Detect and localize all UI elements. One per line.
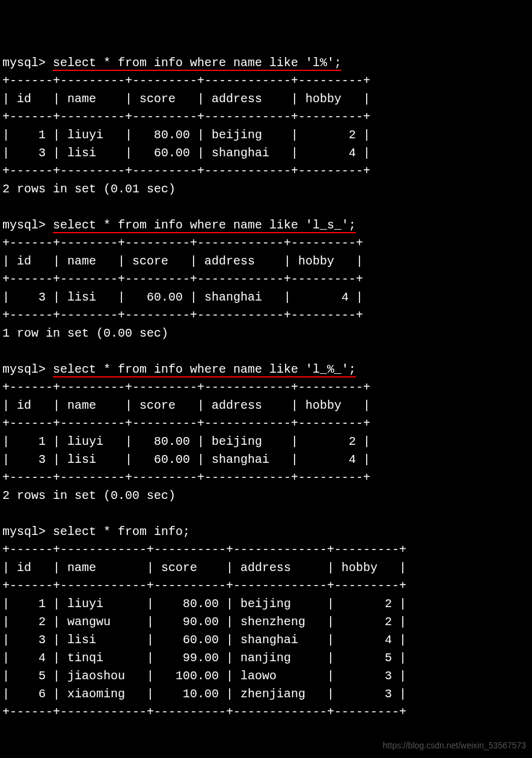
query-line: mysql> select * from info; [2, 523, 532, 541]
table-row: | 3 | lisi | 60.00 | shanghai | 4 | [2, 631, 532, 649]
table-header: | id | name | score | address | hobby | [2, 397, 532, 415]
table-separator: +------+---------+---------+------------… [2, 162, 532, 180]
table-separator: +------+---------+---------+------------… [2, 415, 532, 433]
table-row: | 4 | tinqi | 99.00 | nanjing | 5 | [2, 649, 532, 667]
table-header: | id | name | score | address | hobby | [2, 559, 532, 577]
status-line: 1 row in set (0.00 sec) [2, 325, 532, 343]
query-line: mysql> select * from info where name lik… [2, 54, 532, 72]
table-header: | id | name | score | address | hobby | [2, 90, 532, 108]
status-line: 2 rows in set (0.01 sec) [2, 180, 532, 198]
table-separator: +------+---------+---------+------------… [2, 469, 532, 487]
terminal-output: mysql> select * from info where name lik… [2, 54, 532, 721]
query-line: mysql> select * from info where name lik… [2, 216, 532, 234]
blank-line [2, 198, 532, 216]
blank-line [2, 343, 532, 361]
table-separator: +------+------------+----------+--------… [2, 541, 532, 559]
table-separator: +------+--------+---------+------------+… [2, 270, 532, 289]
sql-query: select * from info; [53, 525, 190, 539]
blank-line [2, 505, 532, 523]
table-separator: +------+---------+---------+------------… [2, 72, 532, 90]
watermark: https://blog.csdn.net/weixin_53567573 [383, 739, 526, 752]
mysql-prompt: mysql> [2, 362, 53, 376]
table-row: | 3 | lisi | 60.00 | shanghai | 4 | [2, 289, 532, 307]
mysql-prompt: mysql> [2, 525, 53, 539]
table-row: | 3 | lisi | 60.00 | shanghai | 4 | [2, 144, 532, 162]
table-row: | 5 | jiaoshou | 100.00 | laowo | 3 | [2, 667, 532, 685]
table-row: | 1 | liuyi | 80.00 | beijing | 2 | [2, 126, 532, 144]
sql-query: select * from info where name like 'l_s_… [53, 218, 356, 233]
table-separator: +------+--------+---------+------------+… [2, 234, 532, 252]
table-separator: +------+--------+---------+------------+… [2, 307, 532, 325]
table-row: | 2 | wangwu | 90.00 | shenzheng | 2 | [2, 613, 532, 631]
table-separator: +------+------------+----------+--------… [2, 577, 532, 595]
table-header: | id | name | score | address | hobby | [2, 252, 532, 270]
query-line: mysql> select * from info where name lik… [2, 361, 532, 379]
table-separator: +------+------------+----------+--------… [2, 703, 532, 721]
mysql-prompt: mysql> [2, 56, 53, 70]
sql-query: select * from info where name like 'l%'; [53, 56, 341, 71]
table-row: | 6 | xiaoming | 10.00 | zhenjiang | 3 | [2, 685, 532, 703]
sql-query: select * from info where name like 'l_%_… [53, 362, 356, 377]
table-row: | 1 | liuyi | 80.00 | beijing | 2 | [2, 433, 532, 451]
table-row: | 3 | lisi | 60.00 | shanghai | 4 | [2, 451, 532, 469]
status-line: 2 rows in set (0.00 sec) [2, 487, 532, 505]
table-separator: +------+---------+---------+------------… [2, 108, 532, 126]
table-row: | 1 | liuyi | 80.00 | beijing | 2 | [2, 595, 532, 613]
mysql-prompt: mysql> [2, 218, 53, 232]
table-separator: +------+---------+---------+------------… [2, 379, 532, 397]
